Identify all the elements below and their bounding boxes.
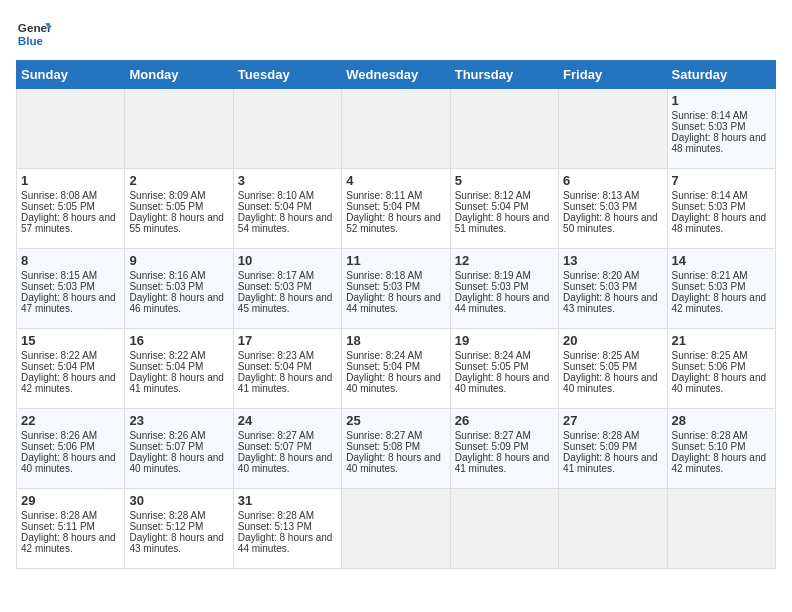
day-number: 30 <box>129 493 228 508</box>
sunset: Sunset: 5:03 PM <box>672 201 746 212</box>
daylight: Daylight: 8 hours and 40 minutes. <box>455 372 550 394</box>
calendar-cell: 17 Sunrise: 8:23 AM Sunset: 5:04 PM Dayl… <box>233 329 341 409</box>
calendar-cell: 27 Sunrise: 8:28 AM Sunset: 5:09 PM Dayl… <box>559 409 667 489</box>
calendar-cell: 24 Sunrise: 8:27 AM Sunset: 5:07 PM Dayl… <box>233 409 341 489</box>
sunset: Sunset: 5:03 PM <box>129 281 203 292</box>
daylight: Daylight: 8 hours and 51 minutes. <box>455 212 550 234</box>
day-number: 17 <box>238 333 337 348</box>
sunrise: Sunrise: 8:20 AM <box>563 270 639 281</box>
daylight: Daylight: 8 hours and 42 minutes. <box>21 372 116 394</box>
calendar-table: SundayMondayTuesdayWednesdayThursdayFrid… <box>16 60 776 569</box>
calendar-cell <box>559 489 667 569</box>
calendar-cell: 14 Sunrise: 8:21 AM Sunset: 5:03 PM Dayl… <box>667 249 775 329</box>
sunset: Sunset: 5:03 PM <box>672 281 746 292</box>
calendar-cell <box>342 89 450 169</box>
sunrise: Sunrise: 8:14 AM <box>672 110 748 121</box>
daylight: Daylight: 8 hours and 40 minutes. <box>563 372 658 394</box>
daylight: Daylight: 8 hours and 52 minutes. <box>346 212 441 234</box>
sunrise: Sunrise: 8:19 AM <box>455 270 531 281</box>
day-number: 5 <box>455 173 554 188</box>
sunrise: Sunrise: 8:17 AM <box>238 270 314 281</box>
daylight: Daylight: 8 hours and 40 minutes. <box>21 452 116 474</box>
calendar-cell: 15 Sunrise: 8:22 AM Sunset: 5:04 PM Dayl… <box>17 329 125 409</box>
header-cell-monday: Monday <box>125 61 233 89</box>
sunrise: Sunrise: 8:27 AM <box>455 430 531 441</box>
sunset: Sunset: 5:03 PM <box>238 281 312 292</box>
calendar-cell: 28 Sunrise: 8:28 AM Sunset: 5:10 PM Dayl… <box>667 409 775 489</box>
calendar-cell: 9 Sunrise: 8:16 AM Sunset: 5:03 PM Dayli… <box>125 249 233 329</box>
calendar-row: 22 Sunrise: 8:26 AM Sunset: 5:06 PM Dayl… <box>17 409 776 489</box>
daylight: Daylight: 8 hours and 40 minutes. <box>672 372 767 394</box>
header-row: SundayMondayTuesdayWednesdayThursdayFrid… <box>17 61 776 89</box>
sunset: Sunset: 5:05 PM <box>563 361 637 372</box>
sunset: Sunset: 5:05 PM <box>21 201 95 212</box>
daylight: Daylight: 8 hours and 41 minutes. <box>563 452 658 474</box>
sunrise: Sunrise: 8:08 AM <box>21 190 97 201</box>
calendar-cell: 13 Sunrise: 8:20 AM Sunset: 5:03 PM Dayl… <box>559 249 667 329</box>
sunset: Sunset: 5:12 PM <box>129 521 203 532</box>
day-number: 1 <box>21 173 120 188</box>
sunset: Sunset: 5:11 PM <box>21 521 95 532</box>
sunrise: Sunrise: 8:28 AM <box>672 430 748 441</box>
sunset: Sunset: 5:06 PM <box>672 361 746 372</box>
day-number: 14 <box>672 253 771 268</box>
calendar-cell: 8 Sunrise: 8:15 AM Sunset: 5:03 PM Dayli… <box>17 249 125 329</box>
daylight: Daylight: 8 hours and 44 minutes. <box>238 532 333 554</box>
calendar-cell: 5 Sunrise: 8:12 AM Sunset: 5:04 PM Dayli… <box>450 169 558 249</box>
daylight: Daylight: 8 hours and 57 minutes. <box>21 212 116 234</box>
daylight: Daylight: 8 hours and 40 minutes. <box>238 452 333 474</box>
calendar-cell: 16 Sunrise: 8:22 AM Sunset: 5:04 PM Dayl… <box>125 329 233 409</box>
day-number: 28 <box>672 413 771 428</box>
calendar-cell: 1 Sunrise: 8:14 AM Sunset: 5:03 PM Dayli… <box>667 89 775 169</box>
day-number: 18 <box>346 333 445 348</box>
calendar-row: 1 Sunrise: 8:14 AM Sunset: 5:03 PM Dayli… <box>17 89 776 169</box>
calendar-cell: 12 Sunrise: 8:19 AM Sunset: 5:03 PM Dayl… <box>450 249 558 329</box>
daylight: Daylight: 8 hours and 41 minutes. <box>238 372 333 394</box>
calendar-cell: 18 Sunrise: 8:24 AM Sunset: 5:04 PM Dayl… <box>342 329 450 409</box>
calendar-cell <box>125 89 233 169</box>
sunset: Sunset: 5:05 PM <box>129 201 203 212</box>
sunrise: Sunrise: 8:09 AM <box>129 190 205 201</box>
day-number: 3 <box>238 173 337 188</box>
daylight: Daylight: 8 hours and 41 minutes. <box>455 452 550 474</box>
day-number: 13 <box>563 253 662 268</box>
daylight: Daylight: 8 hours and 40 minutes. <box>346 452 441 474</box>
day-number: 10 <box>238 253 337 268</box>
calendar-cell: 7 Sunrise: 8:14 AM Sunset: 5:03 PM Dayli… <box>667 169 775 249</box>
calendar-cell: 22 Sunrise: 8:26 AM Sunset: 5:06 PM Dayl… <box>17 409 125 489</box>
daylight: Daylight: 8 hours and 42 minutes. <box>21 532 116 554</box>
calendar-cell: 29 Sunrise: 8:28 AM Sunset: 5:11 PM Dayl… <box>17 489 125 569</box>
sunset: Sunset: 5:04 PM <box>238 361 312 372</box>
daylight: Daylight: 8 hours and 54 minutes. <box>238 212 333 234</box>
sunrise: Sunrise: 8:28 AM <box>563 430 639 441</box>
day-number: 6 <box>563 173 662 188</box>
sunrise: Sunrise: 8:27 AM <box>238 430 314 441</box>
calendar-cell: 2 Sunrise: 8:09 AM Sunset: 5:05 PM Dayli… <box>125 169 233 249</box>
calendar-cell <box>450 89 558 169</box>
calendar-cell <box>559 89 667 169</box>
calendar-cell: 11 Sunrise: 8:18 AM Sunset: 5:03 PM Dayl… <box>342 249 450 329</box>
calendar-header: SundayMondayTuesdayWednesdayThursdayFrid… <box>17 61 776 89</box>
sunset: Sunset: 5:03 PM <box>346 281 420 292</box>
calendar-cell: 1 Sunrise: 8:08 AM Sunset: 5:05 PM Dayli… <box>17 169 125 249</box>
logo-icon: General Blue <box>16 16 52 52</box>
daylight: Daylight: 8 hours and 48 minutes. <box>672 212 767 234</box>
calendar-cell: 6 Sunrise: 8:13 AM Sunset: 5:03 PM Dayli… <box>559 169 667 249</box>
calendar-body: 1 Sunrise: 8:14 AM Sunset: 5:03 PM Dayli… <box>17 89 776 569</box>
day-number: 11 <box>346 253 445 268</box>
header-cell-wednesday: Wednesday <box>342 61 450 89</box>
calendar-cell: 26 Sunrise: 8:27 AM Sunset: 5:09 PM Dayl… <box>450 409 558 489</box>
calendar-cell <box>233 89 341 169</box>
sunrise: Sunrise: 8:25 AM <box>563 350 639 361</box>
calendar-cell: 30 Sunrise: 8:28 AM Sunset: 5:12 PM Dayl… <box>125 489 233 569</box>
daylight: Daylight: 8 hours and 44 minutes. <box>346 292 441 314</box>
daylight: Daylight: 8 hours and 44 minutes. <box>455 292 550 314</box>
sunrise: Sunrise: 8:28 AM <box>21 510 97 521</box>
calendar-cell <box>17 89 125 169</box>
calendar-row: 8 Sunrise: 8:15 AM Sunset: 5:03 PM Dayli… <box>17 249 776 329</box>
calendar-row: 29 Sunrise: 8:28 AM Sunset: 5:11 PM Dayl… <box>17 489 776 569</box>
daylight: Daylight: 8 hours and 42 minutes. <box>672 452 767 474</box>
sunset: Sunset: 5:06 PM <box>21 441 95 452</box>
day-number: 29 <box>21 493 120 508</box>
sunrise: Sunrise: 8:15 AM <box>21 270 97 281</box>
